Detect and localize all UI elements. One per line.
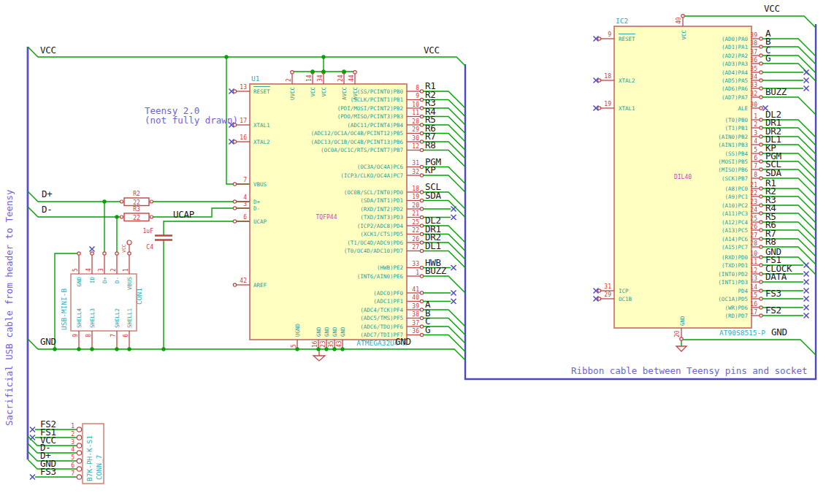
pin-name: (OC3A/OC4A)PC6 bbox=[357, 164, 404, 170]
pin-number: 14 bbox=[750, 284, 757, 291]
junction-dot bbox=[295, 347, 299, 351]
pin-name: UVCC bbox=[289, 87, 296, 100]
pin-number: 39 bbox=[750, 32, 757, 39]
pin-circle bbox=[760, 237, 762, 240]
pin-circle bbox=[420, 207, 423, 210]
pin-number: 6 bbox=[243, 214, 247, 221]
pin-name: GND bbox=[324, 327, 330, 337]
pin-circle bbox=[233, 123, 236, 126]
pin-name: (XCK1/CTS)PD5 bbox=[360, 231, 403, 237]
no-connect-icon bbox=[451, 207, 456, 212]
pin-circle bbox=[760, 37, 762, 40]
pin-number: 3 bbox=[754, 130, 757, 137]
pin-name: VCC bbox=[681, 30, 687, 40]
pin-name: (AD7)PA7 bbox=[722, 94, 748, 101]
pin-number: 2 bbox=[754, 121, 757, 128]
no-connect-icon bbox=[451, 265, 456, 270]
pin-name: VBUS bbox=[253, 181, 267, 188]
pin-number: 29 bbox=[604, 291, 611, 298]
ic2-ref: IC2 bbox=[616, 17, 628, 25]
pin-circle bbox=[597, 37, 600, 40]
pin-number: 30 bbox=[412, 135, 419, 142]
junction-dot bbox=[53, 347, 56, 351]
pin-name: VCC bbox=[321, 87, 327, 97]
pin-name: (ADC13/OC1B/OC4B/PCINT13)PB6 bbox=[311, 139, 404, 145]
pin-circle bbox=[760, 96, 762, 99]
pin-number: 35 bbox=[750, 66, 757, 72]
pin-name: SHELL3 bbox=[89, 308, 96, 328]
pin-name: (AD4)PA4 bbox=[722, 69, 749, 76]
pin-circle bbox=[420, 333, 423, 336]
pin-number: 27 bbox=[750, 232, 757, 239]
pin-circle bbox=[760, 152, 762, 155]
ic2-gnd-wire bbox=[681, 340, 816, 355]
junction-dot bbox=[115, 215, 118, 218]
pin-name: VBUS bbox=[126, 277, 133, 291]
pin-circle bbox=[760, 314, 762, 317]
pin-name: RESET bbox=[619, 36, 635, 42]
net-label: D- bbox=[42, 204, 52, 215]
pin-number: 20 bbox=[412, 202, 419, 209]
pin-number: 9 bbox=[608, 31, 611, 38]
no-connect-icon bbox=[451, 215, 456, 220]
pin-name: (RD)PD7 bbox=[724, 313, 748, 319]
pin-number: 25 bbox=[412, 219, 419, 226]
pin-number: 11 bbox=[412, 110, 419, 116]
pin-circle bbox=[420, 299, 423, 302]
usb-value: USB-MINI-B bbox=[60, 289, 68, 330]
vcc-power-icon bbox=[127, 240, 131, 245]
junction-dot bbox=[77, 347, 80, 351]
pin-number: 31 bbox=[412, 160, 419, 167]
vcc-power-label: VCC bbox=[121, 244, 127, 253]
pin-circle bbox=[420, 98, 423, 101]
pin-number: 22 bbox=[750, 190, 757, 196]
pin-name: (MISO)PB6 bbox=[718, 167, 748, 173]
pin-number: 18 bbox=[412, 186, 419, 192]
pin-name: (AD3)PA3 bbox=[722, 61, 748, 67]
pin-name: ALE bbox=[738, 105, 748, 112]
pin-number: 7 bbox=[754, 163, 757, 169]
pin-name: PD4 bbox=[738, 288, 748, 294]
pin-number: 7 bbox=[243, 177, 247, 183]
no-connect-icon bbox=[451, 291, 456, 296]
ground-symbol bbox=[676, 346, 687, 351]
pin-number: 11 bbox=[750, 259, 757, 265]
junction-dot bbox=[324, 347, 328, 351]
pin-circle bbox=[150, 200, 153, 203]
pin-number: 32 bbox=[750, 91, 757, 97]
pin-name: (A9)PC1 bbox=[724, 194, 748, 200]
no-connect-icon bbox=[804, 86, 809, 91]
pin-circle bbox=[760, 256, 762, 259]
junction-dot bbox=[90, 347, 93, 351]
pin-circle bbox=[233, 183, 236, 186]
no-connect-icon bbox=[90, 247, 95, 252]
pin-circle bbox=[760, 245, 762, 248]
junction-dot bbox=[127, 347, 131, 351]
pin-name: GND bbox=[332, 327, 338, 337]
pin-circle bbox=[760, 79, 762, 82]
pin-number: 18 bbox=[604, 73, 611, 80]
pin-name: (AIN1)PB3 bbox=[718, 142, 748, 148]
net-label: FS3 bbox=[765, 288, 781, 299]
pin-number: 1 bbox=[416, 270, 419, 276]
pin-name: GND bbox=[679, 316, 686, 326]
no-connect-icon bbox=[30, 475, 35, 480]
net-label: DL1 bbox=[425, 240, 441, 251]
net-label: SDA bbox=[765, 167, 781, 178]
pin-name: UCAP bbox=[253, 218, 267, 225]
pin-circle bbox=[353, 71, 356, 74]
pin-name: (AD0)PA0 bbox=[722, 36, 749, 42]
u1-footprint: TQFP44 bbox=[316, 214, 337, 221]
pin-number: 4 bbox=[71, 446, 74, 453]
pin-name: (ADC11/PCINT4)PB4 bbox=[347, 122, 403, 129]
pin-circle bbox=[420, 107, 423, 110]
pin-number: 8 bbox=[416, 85, 419, 91]
pin-name: ID bbox=[89, 277, 96, 284]
no-connect-icon bbox=[804, 78, 809, 83]
pin-name: (A8)PC0 bbox=[724, 186, 748, 192]
pin-number: 31 bbox=[604, 283, 611, 290]
pin-number: 12 bbox=[750, 267, 757, 274]
no-connect-icon bbox=[451, 299, 456, 304]
pin-number: 4 bbox=[243, 194, 247, 201]
pin-name: (A10)PC2 bbox=[722, 202, 748, 209]
